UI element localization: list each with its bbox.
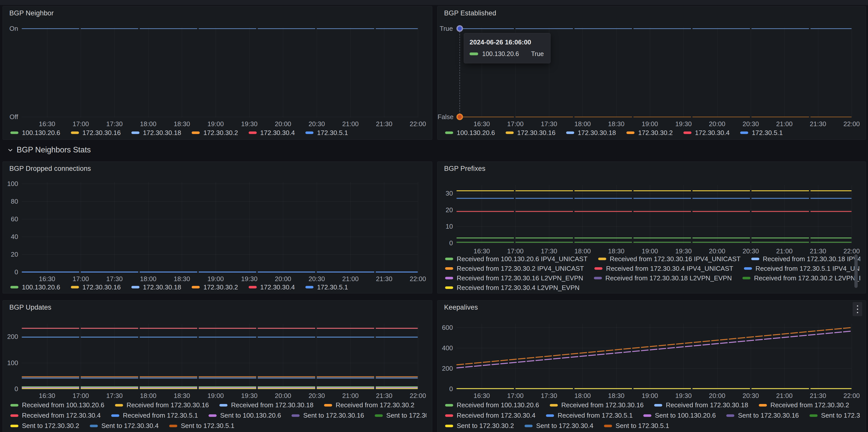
legend-swatch xyxy=(10,425,19,427)
gridline-vertical xyxy=(851,324,852,390)
legend-scrollbar-thumb[interactable] xyxy=(855,254,858,288)
legend-item[interactable]: Sent to 100.130.20.6 xyxy=(209,411,281,420)
panel-title[interactable]: BGP Updates xyxy=(9,304,52,311)
legend-item[interactable]: 172.30.30.16 xyxy=(71,129,121,137)
legend-item[interactable]: Received from 172.30.30.2 xyxy=(324,401,414,409)
gridline-vertical xyxy=(317,324,317,390)
legend-item[interactable]: Received from 172.30.30.18 xyxy=(654,401,748,409)
x-axis-tick-label: 16:30 xyxy=(39,275,55,283)
legend-item[interactable]: Sent to 172.30.30.2 xyxy=(10,422,79,430)
panel-title[interactable]: BGP Dropped connections xyxy=(9,165,91,173)
panel-menu-button[interactable] xyxy=(852,302,862,316)
gridline-vertical xyxy=(583,185,583,243)
legend-swatch xyxy=(654,404,662,406)
legend-item[interactable]: 172.30.5.1 xyxy=(740,129,783,137)
legend-item[interactable]: Received from 100.130.20.6 xyxy=(445,401,539,409)
legend-item[interactable]: 172.30.30.16 xyxy=(71,283,121,291)
legend-item[interactable]: Sent to 172.30.30.2 xyxy=(445,422,514,430)
legend-swatch xyxy=(445,267,453,270)
legend-item[interactable]: 172.30.30.2 xyxy=(626,129,673,137)
panel-title[interactable]: BGP Established xyxy=(444,9,496,17)
legend-item[interactable]: Received from 172.30.30.4 xyxy=(445,411,535,420)
legend-swatch xyxy=(192,286,200,288)
x-axis-tick-label: 20:30 xyxy=(308,392,325,400)
legend-item[interactable]: 172.30.30.4 xyxy=(683,129,730,137)
legend-item[interactable]: Sent to 100.130.20.6 xyxy=(643,411,716,420)
legend-item[interactable]: 172.30.30.18 xyxy=(131,129,181,137)
panel-title[interactable]: BGP Neighbor xyxy=(9,9,54,17)
legend-item[interactable]: Received from 100.130.20.6 IPV4_UNICAST xyxy=(445,255,588,263)
series-line xyxy=(457,388,851,389)
legend-swatch xyxy=(445,404,453,406)
x-axis-tick-label: 20:00 xyxy=(275,392,291,400)
legend-item[interactable]: 100.130.20.6 xyxy=(10,129,60,137)
legend-row: Sent to 172.30.30.2Sent to 172.30.30.4Se… xyxy=(10,421,427,431)
legend-item[interactable]: Received from 172.30.30.2 xyxy=(759,401,849,409)
panel-title[interactable]: BGP Prefixes xyxy=(444,165,486,173)
legend-item[interactable]: Sent to 172.30.30.4 xyxy=(525,422,593,430)
gridline-vertical xyxy=(317,28,317,117)
legend-item[interactable]: Sent to 172.30.30.18 xyxy=(375,411,427,420)
legend-row: 100.130.20.6172.30.30.16172.30.30.18172.… xyxy=(445,128,860,137)
legend-item[interactable]: Received from 172.30.30.18 xyxy=(219,401,313,409)
legend-item[interactable]: Received from 172.30.30.18 IPV4_UNICAST xyxy=(751,255,860,263)
legend-item[interactable]: Sent to 172.30.30.4 xyxy=(90,422,159,430)
y-axis-tick-label: True xyxy=(437,25,453,33)
legend-item[interactable]: 172.30.5.1 xyxy=(305,129,348,137)
legend-label: Received from 172.30.30.2 xyxy=(770,401,849,409)
chart-plot-area[interactable]: 16:3017:0017:3018:0018:3019:0019:3020:00… xyxy=(437,6,866,140)
legend-item[interactable]: 172.30.30.4 xyxy=(249,129,295,137)
legend-label: 100.130.20.6 xyxy=(22,283,60,291)
legend-item[interactable]: Received from 172.30.30.16 xyxy=(115,401,209,409)
legend-swatch xyxy=(604,425,612,427)
gridline-horizontal xyxy=(22,219,418,219)
legend-item[interactable]: Sent to 172.30.30.16 xyxy=(291,411,364,420)
y-axis-tick-label: On xyxy=(3,25,18,33)
legend-item[interactable]: Sent to 172.30.30.18 xyxy=(809,411,860,420)
legend-item[interactable]: Received from 172.30.30.18 L2VPN_EVPN xyxy=(594,274,732,282)
legend-item[interactable]: Received from 172.30.30.16 L2VPN_EVPN xyxy=(445,274,583,282)
gridline-vertical xyxy=(717,185,717,243)
legend-item[interactable]: 172.30.30.2 xyxy=(192,283,238,291)
legend-item[interactable]: Received from 172.30.30.4 L2VPN_EVPN xyxy=(445,284,580,292)
legend-item[interactable]: 172.30.30.16 xyxy=(506,129,556,137)
legend-item[interactable]: 172.30.5.1 xyxy=(305,283,348,291)
legend-swatch xyxy=(742,277,750,279)
legend-item[interactable]: 100.130.20.6 xyxy=(10,283,60,291)
legend-item[interactable]: 172.30.30.2 xyxy=(192,129,238,137)
y-axis-tick-label: 200 xyxy=(437,364,453,372)
legend-item[interactable]: 172.30.30.18 xyxy=(131,283,181,291)
chart-plot-area[interactable]: 16:3017:0017:3018:0018:3019:0019:3020:00… xyxy=(3,162,432,293)
gridline-vertical xyxy=(81,324,81,390)
legend-item[interactable]: Received from 172.30.5.1 xyxy=(111,411,198,420)
section-row-bgp-neighbors-stats[interactable]: BGP Neighbors Stats xyxy=(7,143,91,157)
legend-item[interactable]: Sent to 172.30.5.1 xyxy=(169,422,235,430)
legend-item[interactable]: Received from 172.30.5.1 xyxy=(546,411,633,420)
gridline-vertical xyxy=(216,324,216,390)
legend-item[interactable]: Received from 172.30.30.16 xyxy=(550,401,644,409)
legend-item[interactable]: Received from 172.30.5.1 IPV4_UNICAST xyxy=(744,265,860,272)
gridline-horizontal xyxy=(22,201,418,202)
legend-swatch xyxy=(324,404,332,406)
x-axis-tick-label: 18:30 xyxy=(608,120,624,128)
gridline-vertical xyxy=(47,28,48,117)
legend-item[interactable]: Received from 172.30.30.16 IPV4_UNICAST xyxy=(598,255,741,263)
legend-item[interactable]: Received from 172.30.30.2 IPV4_UNICAST xyxy=(445,265,584,272)
legend-row: Received from 100.130.20.6Received from … xyxy=(10,400,427,410)
x-axis-tick-label: 17:30 xyxy=(106,120,123,128)
legend-item[interactable]: Received from 172.30.30.4 IPV4_UNICAST xyxy=(594,265,733,272)
legend-item[interactable]: Received from 172.30.30.4 xyxy=(10,411,101,420)
legend-item[interactable]: Received from 172.30.30.2 L2VPN_EVPN xyxy=(742,274,860,282)
legend-item[interactable]: 172.30.30.18 xyxy=(566,129,616,137)
x-axis-tick-label: 18:30 xyxy=(174,392,190,400)
x-axis-tick-label: 17:30 xyxy=(106,275,123,283)
panel-title[interactable]: Keepalives xyxy=(444,304,478,311)
x-axis-tick-label: 19:30 xyxy=(675,120,692,128)
legend-item[interactable]: Sent to 172.30.30.16 xyxy=(726,411,799,420)
chart-plot-area[interactable]: 16:3017:0017:3018:0018:3019:0019:3020:00… xyxy=(3,6,432,140)
panel-keepalives: Keepalives 16:3017:0017:3018:0018:3019:0… xyxy=(437,300,866,432)
legend-item[interactable]: Sent to 172.30.5.1 xyxy=(604,422,669,430)
legend-item[interactable]: 172.30.30.4 xyxy=(249,283,295,291)
legend-item[interactable]: Received from 100.130.20.6 xyxy=(10,401,104,409)
legend-item[interactable]: 100.130.20.6 xyxy=(445,129,495,137)
